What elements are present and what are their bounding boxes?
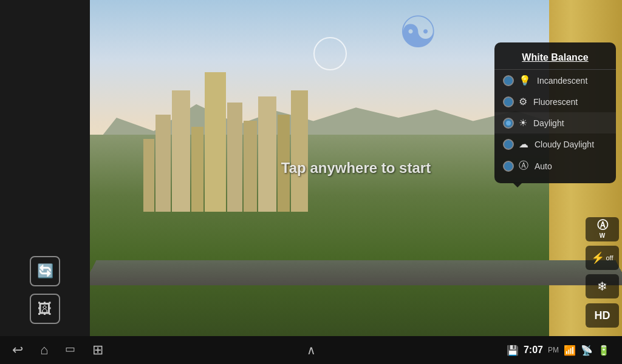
- wb-label-daylight: Daylight: [533, 118, 564, 128]
- wb-option-incandescent[interactable]: 💡 Incandescent: [494, 70, 616, 91]
- auto-icon: Ⓐ: [519, 160, 528, 172]
- time-display: 7:07: [524, 345, 543, 356]
- wb-label-auto: Auto: [535, 161, 552, 171]
- back-button[interactable]: ↩: [12, 342, 23, 358]
- battery-icon: 🔋: [598, 345, 610, 356]
- awb-sub: W: [600, 232, 605, 240]
- left-sidebar: 🔄 🖼: [0, 0, 90, 336]
- flash-button[interactable]: ⚡ off: [586, 246, 619, 270]
- scene-button[interactable]: ❄: [586, 274, 619, 298]
- hd-button[interactable]: HD: [586, 303, 619, 328]
- daylight-icon: ☀: [519, 117, 527, 129]
- wb-radio-incandescent: [503, 75, 514, 86]
- nav-right-status: 💾 7:07 PM 📶 📡 🔋: [507, 345, 610, 356]
- nav-center: ∧: [307, 343, 316, 357]
- wb-label-fluorescent: Fluorescent: [533, 97, 578, 107]
- awb-icon: Ⓐ: [597, 219, 608, 232]
- auto-white-balance-button[interactable]: Ⓐ W: [586, 217, 619, 241]
- yin-yang-icon: ☯: [398, 10, 447, 59]
- camera-flip-button[interactable]: 🔄: [30, 256, 60, 286]
- wb-radio-daylight: [503, 118, 514, 129]
- nav-bar: ↩ ⌂ ▭ ⊞ ∧ 💾 7:07 PM 📶 📡 🔋: [0, 336, 622, 364]
- wb-option-cloudy[interactable]: ☁ Cloudy Daylight: [494, 133, 616, 155]
- flash-icon: ⚡: [591, 251, 604, 265]
- wifi-icon: 📶: [564, 345, 576, 356]
- gallery-icon: 🖼: [38, 300, 52, 317]
- wb-label-cloudy: Cloudy Daylight: [535, 140, 594, 149]
- wb-label-incandescent: Incandescent: [537, 76, 587, 86]
- wb-option-fluorescent[interactable]: ⚙ Fluorescent: [494, 91, 616, 112]
- cloudy-icon: ☁: [519, 138, 528, 150]
- gallery-button[interactable]: 🖼: [30, 294, 60, 324]
- wb-radio-auto: [503, 161, 514, 172]
- hd-label: HD: [595, 309, 610, 322]
- flash-label: off: [606, 254, 613, 261]
- wb-radio-cloudy: [503, 139, 514, 150]
- recents-button[interactable]: ▭: [65, 342, 75, 358]
- signal-icon: 📡: [581, 345, 593, 356]
- tap-to-start-text: Tap anywhere to start: [281, 160, 431, 177]
- scene-icon: ❄: [597, 279, 607, 294]
- incandescent-icon: 💡: [519, 75, 531, 86]
- grid-button[interactable]: ⊞: [92, 342, 103, 358]
- wb-option-auto[interactable]: Ⓐ Auto: [494, 155, 616, 177]
- white-balance-title: White Balance: [494, 49, 616, 70]
- home-button[interactable]: ⌂: [40, 342, 48, 358]
- am-pm: PM: [548, 346, 559, 354]
- up-button[interactable]: ∧: [307, 343, 316, 357]
- wb-radio-fluorescent: [503, 96, 514, 107]
- white-balance-dropdown: White Balance 💡 Incandescent ⚙ Fluoresce…: [494, 42, 616, 183]
- sd-card-icon: 💾: [507, 345, 519, 356]
- focus-ring: [313, 37, 347, 70]
- wb-option-daylight[interactable]: ☀ Daylight: [494, 112, 616, 133]
- camera-flip-icon: 🔄: [37, 263, 53, 279]
- nav-left-buttons: ↩ ⌂ ▭ ⊞: [12, 342, 103, 358]
- fluorescent-icon: ⚙: [519, 96, 527, 107]
